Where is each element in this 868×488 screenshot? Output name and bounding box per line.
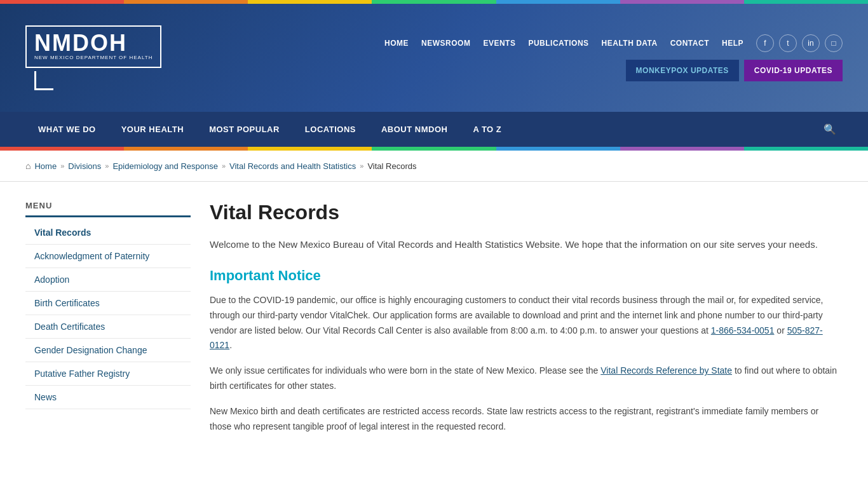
top-color-bar bbox=[0, 0, 868, 4]
page-title: Vital Records bbox=[210, 201, 843, 224]
breadcrumb-epidemiology[interactable]: Epidemiology and Response bbox=[112, 161, 218, 171]
main-content: Vital Records Welcome to the New Mexico … bbox=[210, 201, 843, 444]
body-paragraph-2: We only issue certificates for individua… bbox=[210, 363, 843, 394]
linkedin-icon[interactable]: in bbox=[802, 34, 820, 52]
search-icon[interactable]: 🔍 bbox=[817, 112, 843, 147]
logo-bracket bbox=[34, 71, 53, 90]
nav-help[interactable]: HELP bbox=[722, 39, 743, 48]
list-item: Death Certificates bbox=[25, 315, 191, 339]
header-right: HOME NEWSROOM EVENTS PUBLICATIONS HEALTH… bbox=[384, 34, 843, 81]
covid-button[interactable]: COVID-19 UPDATES bbox=[744, 60, 843, 81]
home-icon: ⌂ bbox=[25, 161, 31, 171]
sidebar-nav: Vital Records Acknowledgment of Paternit… bbox=[25, 221, 191, 409]
monkeypox-suffix: UPDATES bbox=[691, 66, 729, 75]
sidebar-item-news[interactable]: News bbox=[25, 386, 191, 409]
bottom-color-bar bbox=[0, 147, 868, 151]
nav-events[interactable]: EVENTS bbox=[483, 39, 515, 48]
nav-newsroom[interactable]: NEWSROOM bbox=[421, 39, 470, 48]
list-item: Adoption bbox=[25, 268, 191, 292]
main-nav-what-we-do[interactable]: WHAT WE DO bbox=[25, 113, 109, 146]
sidebar-item-vital-records[interactable]: Vital Records bbox=[25, 221, 191, 245]
breadcrumb-divisions[interactable]: Divisions bbox=[68, 161, 101, 171]
list-item: Gender Designation Change bbox=[25, 339, 191, 362]
breadcrumb-sep-2: » bbox=[105, 162, 109, 170]
sidebar-divider bbox=[25, 215, 191, 217]
list-item: News bbox=[25, 386, 191, 409]
logo-full-name: NEW MEXICO DEPARTMENT OF HEALTH bbox=[34, 55, 153, 61]
sidebar-item-putative-father[interactable]: Putative Father Registry bbox=[25, 362, 191, 386]
breadcrumb: ⌂ Home » Divisions » Epidemiology and Re… bbox=[0, 151, 868, 182]
content-wrapper: MENU Vital Records Acknowledgment of Pat… bbox=[0, 182, 868, 463]
intro-text: Welcome to the New Mexico Bureau of Vita… bbox=[210, 237, 843, 252]
instagram-icon[interactable]: □ bbox=[825, 34, 843, 52]
nav-contact[interactable]: CONTACT bbox=[670, 39, 709, 48]
nav-health-data[interactable]: HEALTH DATA bbox=[602, 39, 658, 48]
breadcrumb-vital-records-health[interactable]: Vital Records and Health Statistics bbox=[229, 161, 356, 171]
list-item: Acknowledgment of Paternity bbox=[25, 245, 191, 268]
main-nav-most-popular[interactable]: MOST POPULAR bbox=[196, 113, 292, 146]
main-nav-locations[interactable]: LOCATIONS bbox=[292, 113, 369, 146]
logo-area: NMDOH NEW MEXICO DEPARTMENT OF HEALTH bbox=[25, 25, 161, 90]
important-notice-title: Important Notice bbox=[210, 268, 843, 284]
logo[interactable]: NMDOH NEW MEXICO DEPARTMENT OF HEALTH bbox=[25, 25, 161, 67]
breadcrumb-sep-1: » bbox=[60, 162, 64, 170]
top-nav: HOME NEWSROOM EVENTS PUBLICATIONS HEALTH… bbox=[384, 39, 743, 48]
body-paragraph-1: Due to the COVID-19 pandemic, our office… bbox=[210, 293, 843, 353]
nav-publications[interactable]: PUBLICATIONS bbox=[528, 39, 588, 48]
vital-records-reference-link[interactable]: Vital Records Reference by State bbox=[600, 365, 732, 376]
breadcrumb-home[interactable]: Home bbox=[34, 161, 57, 171]
twitter-icon[interactable]: t bbox=[779, 34, 797, 52]
breadcrumb-current: Vital Records bbox=[367, 161, 416, 171]
main-nav-about[interactable]: ABOUT NMDOH bbox=[369, 113, 460, 146]
nav-home[interactable]: HOME bbox=[384, 39, 409, 48]
logo-acronym: NMDOH bbox=[34, 32, 153, 55]
sidebar: MENU Vital Records Acknowledgment of Pat… bbox=[25, 201, 191, 444]
monkeypox-button[interactable]: MONKEYPOX UPDATES bbox=[626, 60, 739, 81]
monkeypox-prefix: MONKEYPOX bbox=[636, 66, 689, 75]
sidebar-menu-label: MENU bbox=[25, 201, 191, 215]
breadcrumb-sep-4: » bbox=[360, 162, 363, 170]
phone-link-1[interactable]: 1-866-534-0051 bbox=[711, 325, 775, 336]
sidebar-item-death-certificates[interactable]: Death Certificates bbox=[25, 315, 191, 339]
list-item: Vital Records bbox=[25, 221, 191, 245]
list-item: Putative Father Registry bbox=[25, 362, 191, 386]
main-nav-your-health[interactable]: YOUR HEALTH bbox=[109, 113, 196, 146]
breadcrumb-sep-3: » bbox=[222, 162, 226, 170]
main-nav-atoz[interactable]: A TO Z bbox=[460, 113, 514, 146]
social-icons: f t in □ bbox=[756, 34, 843, 52]
sidebar-item-birth-certificates[interactable]: Birth Certificates bbox=[25, 292, 191, 315]
sidebar-item-acknowledgment[interactable]: Acknowledgment of Paternity bbox=[25, 245, 191, 268]
site-header: NMDOH NEW MEXICO DEPARTMENT OF HEALTH HO… bbox=[0, 4, 868, 112]
main-nav: WHAT WE DO YOUR HEALTH MOST POPULAR LOCA… bbox=[0, 112, 868, 147]
facebook-icon[interactable]: f bbox=[756, 34, 774, 52]
alert-buttons: MONKEYPOX UPDATES COVID-19 UPDATES bbox=[626, 60, 843, 81]
body-paragraph-3: New Mexico birth and death certificates … bbox=[210, 404, 843, 435]
main-nav-links: WHAT WE DO YOUR HEALTH MOST POPULAR LOCA… bbox=[25, 113, 514, 146]
list-item: Birth Certificates bbox=[25, 292, 191, 315]
sidebar-item-gender-designation[interactable]: Gender Designation Change bbox=[25, 339, 191, 362]
sidebar-item-adoption[interactable]: Adoption bbox=[25, 268, 191, 292]
